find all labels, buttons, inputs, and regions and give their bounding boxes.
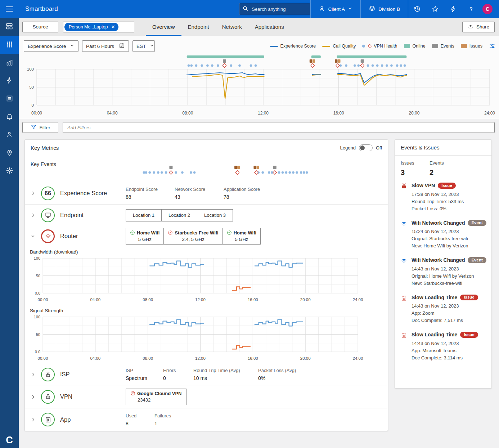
source-chip[interactable]: Person Mc...Laptop ✕ <box>64 23 118 31</box>
svg-text:100: 100 <box>34 315 40 319</box>
km-row-title: App <box>60 416 71 423</box>
wifi-card[interactable]: Home Wifi5 GHz <box>126 228 164 245</box>
svg-text:08:00: 08:00 <box>143 356 153 360</box>
event-item-title: Wifi Network Changed <box>412 220 465 226</box>
chevron-right-icon[interactable] <box>31 213 36 218</box>
event-item-detail: New: Home Wifi by Verizon <box>412 242 486 250</box>
x-circle-icon <box>130 391 135 396</box>
tab-network[interactable]: Network <box>216 18 248 36</box>
event-item-title: Slow VPN <box>412 183 435 188</box>
legend-toggle[interactable] <box>359 144 373 151</box>
sidebar-item-person[interactable] <box>0 126 19 144</box>
division-menu[interactable]: Division B <box>361 0 408 18</box>
avatar[interactable]: C <box>482 4 493 14</box>
km-row-router[interactable]: RouterHome Wifi5 GHzStarbucks Free Wifi2… <box>25 226 388 246</box>
events-issues-panel: Events & Issues Issues3Events2 Slow VPN … <box>395 139 492 389</box>
sidebar-item-gear[interactable] <box>0 162 19 180</box>
km-row-endpoint[interactable]: EndpointLocation 1Location 2Location 3 <box>25 205 388 226</box>
sidebar-item-sliders[interactable] <box>0 36 19 54</box>
badge-issue: Issue <box>438 183 455 189</box>
segment-location-2[interactable]: Location 2 <box>161 209 197 221</box>
search-box[interactable] <box>239 3 310 15</box>
svg-text:20:00: 20:00 <box>300 297 311 302</box>
filter-button[interactable]: Filter <box>22 122 58 133</box>
help-icon[interactable] <box>462 0 480 18</box>
legend-item: Call Quality <box>322 44 356 49</box>
event-item-detail: 14:43 on Nov 12, 2023 <box>412 303 478 310</box>
wifi-card[interactable]: Home Wifi5 GHz <box>222 228 261 245</box>
svg-text:24:00: 24:00 <box>353 297 363 302</box>
legend-label: Online <box>413 44 426 49</box>
event-item[interactable]: Wifi Network Changed Event 14:43 on Nov … <box>401 257 486 287</box>
sidebar-item-bell[interactable] <box>0 108 19 126</box>
list-icon <box>6 95 13 104</box>
svg-text:50: 50 <box>36 274 40 278</box>
event-item-detail: 14:43 on Nov 12, 2023 <box>412 265 486 273</box>
svg-text:04:00: 04:00 <box>90 356 100 360</box>
time-range-select[interactable]: Past 6 Hours <box>82 40 129 52</box>
filter-label: Filter <box>40 125 50 130</box>
legend-item: VPN Health <box>362 44 397 49</box>
chevron-down-icon[interactable] <box>31 234 36 238</box>
app-icon <box>45 416 51 423</box>
check-circle-icon <box>130 230 135 235</box>
svg-text:00:00: 00:00 <box>31 111 42 116</box>
sidebar-item-dashboard[interactable] <box>0 18 19 36</box>
bandwidth-chart[interactable]: 100500.000:0004:0008:0012:0016:0020:0024… <box>28 255 363 304</box>
signal-strength-chart[interactable]: 100500.000:0004:0008:0012:0016:0020:0024… <box>28 314 363 362</box>
search-input[interactable] <box>251 6 301 12</box>
event-item[interactable]: Wifi Network Changed Event 15:24 on Nov … <box>401 220 486 250</box>
gear-icon <box>6 167 13 176</box>
segment-location-1[interactable]: Location 1 <box>126 209 162 221</box>
legend-item: Events <box>432 44 454 49</box>
menu-icon[interactable] <box>0 5 19 13</box>
km-row-title: ISP <box>60 371 70 378</box>
km-row-experience[interactable]: 66Experience ScoreEndpoint Score88Networ… <box>25 182 388 205</box>
chip-close-icon[interactable]: ✕ <box>111 24 115 29</box>
sidebar-item-bar-chart[interactable] <box>0 54 19 72</box>
event-item-detail: App: Microsoft Teams <box>412 347 478 354</box>
km-row-vpn[interactable]: VPNGoogle Clound VPN23432 <box>25 385 388 408</box>
svg-text:100: 100 <box>34 256 40 260</box>
km-row-app[interactable]: AppUsed8Failures1 <box>25 408 388 431</box>
vpn-card[interactable]: Google Clound VPN23432 <box>126 389 186 405</box>
tab-applications[interactable]: Applications <box>248 18 291 36</box>
isp-ring <box>41 368 55 381</box>
client-menu[interactable]: Client A <box>311 0 360 18</box>
history-icon[interactable] <box>408 0 426 18</box>
chevron-right-icon[interactable] <box>31 191 36 196</box>
sidebar-item-location-pin[interactable] <box>0 144 19 162</box>
add-filters-input[interactable] <box>63 122 495 133</box>
svg-text:50: 50 <box>36 332 40 337</box>
chevron-right-icon[interactable] <box>31 372 36 377</box>
app-title: Smartboard <box>25 5 58 13</box>
chevron-right-icon[interactable] <box>31 394 36 399</box>
sidebar-item-list[interactable] <box>0 90 19 108</box>
wifi-card[interactable]: Starbucks Free Wifi2.4, 5 GHz <box>163 228 222 245</box>
segment-location-3[interactable]: Location 3 <box>197 209 233 221</box>
tab-endpoint[interactable]: Endpoint <box>181 18 216 36</box>
timezone-select[interactable]: EST <box>132 40 155 52</box>
source-button[interactable]: Source <box>22 22 58 32</box>
metric-select[interactable]: Experience Score <box>24 40 78 52</box>
event-item[interactable]: Slow Loading Time Issue 14:43 on Nov 12,… <box>401 332 486 362</box>
score-ring: 66 <box>41 187 55 200</box>
event-item[interactable]: Slow Loading Time Issue 14:43 on Nov 12,… <box>401 295 486 324</box>
share-label: Share <box>476 24 489 30</box>
event-item[interactable]: Slow VPN Issue 17:38 on Nov 12, 2023Roun… <box>401 183 486 212</box>
chevron-right-icon[interactable] <box>31 417 36 422</box>
tab-overview[interactable]: Overview <box>146 18 181 36</box>
share-button[interactable]: Share <box>462 22 495 32</box>
sidebar-item-bolt[interactable] <box>0 72 19 90</box>
bolt-icon[interactable] <box>444 0 462 18</box>
bandwidth-chart-title: Bandwidth (download) <box>30 249 388 255</box>
events-panel-title: Events & Issues <box>401 144 440 151</box>
count-events: Events2 <box>430 160 452 177</box>
legend-label: Experience Score <box>280 44 316 49</box>
star-icon[interactable] <box>426 0 444 18</box>
timeline-chart[interactable]: 05010000:0004:0008:0012:0016:0020:0024:0… <box>24 53 496 117</box>
key-events-strip <box>25 164 377 180</box>
legend-square-swatch <box>461 44 467 48</box>
km-row-isp[interactable]: ISPISPSpectrumErrors0Round Trip Time (Av… <box>25 364 388 385</box>
legend-settings-icon[interactable] <box>489 43 495 49</box>
